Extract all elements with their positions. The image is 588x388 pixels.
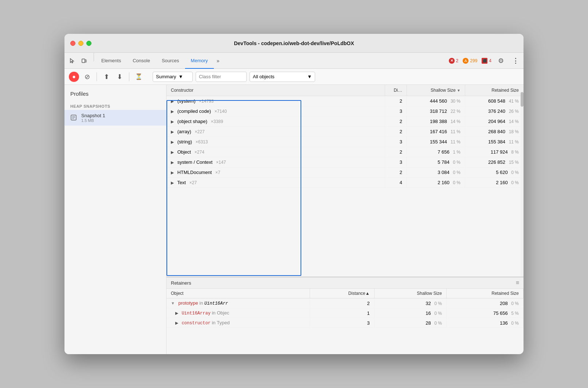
expand-arrow[interactable]: ▶ bbox=[171, 109, 174, 114]
th-distance[interactable]: Di… bbox=[385, 85, 407, 96]
heap-table-container: Constructor Di… Shallow Size Retained Si… bbox=[166, 85, 524, 277]
table-scrollbar-thumb[interactable] bbox=[521, 92, 524, 107]
toolbar-separator-1 bbox=[97, 72, 97, 81]
expand-arrow[interactable]: ▶ bbox=[171, 150, 174, 154]
error-badge[interactable]: ✕ 2 bbox=[449, 58, 459, 64]
snapshot-item-text: Snapshot 1 1.5 MB bbox=[81, 113, 105, 123]
warning-badge[interactable]: ⚠ 299 bbox=[463, 58, 477, 64]
devtools-window: DevTools - codepen.io/web-dot-dev/live/P… bbox=[64, 34, 524, 354]
th-constructor[interactable]: Constructor bbox=[166, 85, 385, 96]
toolbar-separator-2 bbox=[129, 72, 129, 81]
traffic-lights bbox=[70, 41, 91, 46]
more-button[interactable]: ⋮ bbox=[510, 56, 521, 66]
expand-arrow[interactable]: ▶ bbox=[171, 140, 174, 144]
expand-arrow[interactable]: ▶ bbox=[171, 119, 174, 124]
cursor-tool-icon[interactable] bbox=[67, 56, 78, 66]
title-bar: DevTools - codepen.io/web-dot-dev/live/P… bbox=[64, 34, 524, 53]
th-retainer-shallow[interactable]: Shallow Size bbox=[374, 289, 446, 298]
retainer-row[interactable]: ▶ Uint16Array in Objec 1 16 0 % 75 656 5… bbox=[166, 308, 524, 318]
tab-memory[interactable]: Memory bbox=[185, 53, 214, 69]
sidebar-title: Profiles bbox=[64, 91, 166, 101]
th-shallow-size[interactable]: Shallow Size bbox=[407, 85, 465, 96]
download-button[interactable]: ⬇ bbox=[114, 72, 125, 82]
info-badge[interactable]: ⬛ 4 bbox=[482, 58, 491, 64]
tab-bar: Elements Console Sources Memory » ✕ 2 ⚠ … bbox=[64, 53, 524, 69]
expand-arrow[interactable]: ▶ bbox=[175, 321, 178, 325]
info-icon: ⬛ bbox=[482, 58, 487, 64]
table-row[interactable]: ▶ (array) ×227 2 167 416 11 % 268 840 18… bbox=[166, 127, 524, 137]
minimize-button[interactable] bbox=[78, 41, 83, 46]
expand-arrow[interactable]: ▶ bbox=[171, 99, 174, 103]
sidebar-section-title: HEAP SNAPSHOTS bbox=[64, 101, 166, 110]
data-panel: Constructor Di… Shallow Size Retained Si… bbox=[166, 85, 524, 354]
device-tool-icon[interactable] bbox=[79, 56, 89, 66]
table-row[interactable]: ▶ Object ×274 2 7 656 1 % 117 924 8 % bbox=[166, 147, 524, 157]
expand-arrow[interactable]: ▶ bbox=[171, 160, 174, 165]
table-row[interactable]: ▶ (system) ×14793 2 444 560 30 % 608 548… bbox=[166, 96, 524, 106]
table-scrollbar-track[interactable] bbox=[521, 85, 524, 277]
tab-sources[interactable]: Sources bbox=[156, 53, 185, 69]
window-title: DevTools - codepen.io/web-dot-dev/live/P… bbox=[234, 40, 354, 46]
table-row[interactable]: ▶ (object shape) ×3389 2 198 388 14 % 20… bbox=[166, 116, 524, 127]
record-button[interactable]: ● bbox=[69, 72, 79, 82]
summary-dropdown[interactable]: Summary ▼ bbox=[153, 72, 193, 82]
retainer-row[interactable]: ▶ constructor in Typed 3 28 0 % 136 0 % bbox=[166, 318, 524, 328]
expand-arrow[interactable]: ▶ bbox=[175, 311, 178, 315]
maximize-button[interactable] bbox=[86, 41, 91, 46]
expand-arrow[interactable]: ▶ bbox=[171, 170, 174, 175]
expand-arrow[interactable]: ▼ bbox=[171, 301, 175, 305]
clear-button[interactable]: ⏳ bbox=[134, 72, 144, 82]
snapshot-icon bbox=[70, 114, 78, 122]
th-retainer-object[interactable]: Object bbox=[166, 289, 310, 298]
memory-toolbar: ● ⊘ ⬆ ⬇ ⏳ Summary ▼ All objects ▼ bbox=[64, 69, 524, 85]
sidebar-item-snapshot1[interactable]: Snapshot 1 1.5 MB bbox=[64, 110, 166, 126]
retainers-header: Retainers ≡ bbox=[166, 277, 524, 289]
tab-right-icons: ✕ 2 ⚠ 299 ⬛ 4 ⚙ ⋮ bbox=[449, 53, 521, 68]
retainers-section: Retainers ≡ Object Distance▲ bbox=[166, 277, 524, 354]
warning-icon: ⚠ bbox=[463, 58, 469, 64]
retainers-table-container: Object Distance▲ Shallow Size Retained S… bbox=[166, 289, 524, 354]
th-retainer-distance[interactable]: Distance▲ bbox=[310, 289, 374, 298]
table-row[interactable]: ▶ HTMLDocument ×7 2 3 084 0 % 5 620 0 % bbox=[166, 167, 524, 178]
settings-button[interactable]: ⚙ bbox=[496, 56, 506, 66]
sidebar: Profiles HEAP SNAPSHOTS Snapshot 1 1.5 M… bbox=[64, 85, 166, 354]
table-row[interactable]: ▶ (compiled code) ×7140 3 318 712 22 % 3… bbox=[166, 106, 524, 116]
close-button[interactable] bbox=[70, 41, 75, 46]
th-retainer-retained[interactable]: Retained Size bbox=[446, 289, 523, 298]
table-row[interactable]: ▶ (string) ×6313 3 155 344 11 % 155 384 … bbox=[166, 137, 524, 147]
retainers-table: Object Distance▲ Shallow Size Retained S… bbox=[166, 289, 524, 328]
expand-arrow[interactable]: ▶ bbox=[171, 181, 174, 185]
heap-table: Constructor Di… Shallow Size Retained Si… bbox=[166, 85, 524, 188]
stop-button[interactable]: ⊘ bbox=[82, 72, 92, 82]
expand-arrow[interactable]: ▶ bbox=[171, 130, 174, 134]
tab-elements[interactable]: Elements bbox=[95, 53, 127, 69]
error-icon: ✕ bbox=[449, 58, 455, 64]
table-header-row: Constructor Di… Shallow Size Retained Si… bbox=[166, 85, 524, 96]
th-retained-size[interactable]: Retained Size bbox=[465, 85, 524, 96]
svg-rect-0 bbox=[82, 59, 85, 63]
table-row[interactable]: ▶ Text ×27 4 2 160 0 % 2 160 0 % bbox=[166, 178, 524, 188]
table-row[interactable]: ▶ system / Context ×147 3 5 784 0 % 226 … bbox=[166, 157, 524, 167]
retainers-scroll-icon: ≡ bbox=[516, 280, 519, 286]
tab-overflow[interactable]: » bbox=[214, 53, 223, 68]
main-content: Profiles HEAP SNAPSHOTS Snapshot 1 1.5 M… bbox=[64, 85, 524, 354]
upload-button[interactable]: ⬆ bbox=[101, 72, 111, 82]
svg-rect-1 bbox=[85, 60, 86, 62]
all-objects-dropdown[interactable]: All objects ▼ bbox=[250, 72, 315, 82]
retainers-header-row: Object Distance▲ Shallow Size Retained S… bbox=[166, 289, 524, 298]
tab-console[interactable]: Console bbox=[127, 53, 156, 69]
class-filter-input[interactable] bbox=[196, 72, 247, 82]
retainer-row[interactable]: ▼ prototype in Uint16Arr 2 32 0 % 208 0 … bbox=[166, 298, 524, 308]
